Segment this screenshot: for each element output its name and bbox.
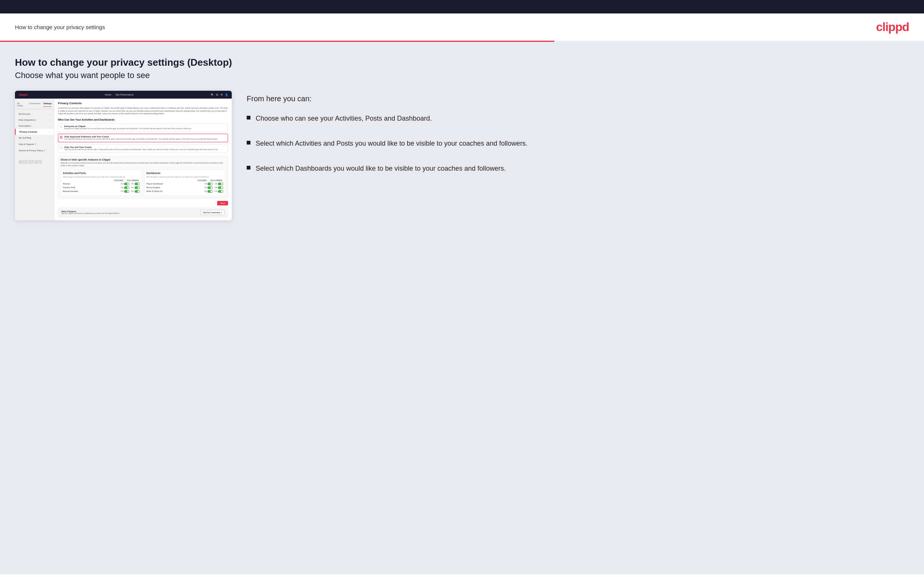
mock-help-section: Help & Support Visit our Clippd communit… (58, 208, 228, 218)
mock-help-desc: Visit our Clippd community to troublesho… (61, 213, 120, 214)
mock-drills-followers-toggle[interactable] (134, 186, 140, 189)
mock-nav: clippd Home My Performance 🔍 ⊞ ⚙ 👤 (15, 91, 232, 98)
mock-sidebar-privacy-label: Privacy Controls (19, 131, 37, 133)
mock-manual-coaches-toggle[interactable] (124, 190, 129, 193)
bullet-square-3 (247, 166, 250, 169)
mock-rounds-row: Rounds ON ON (63, 183, 140, 185)
mock-wtw-coaches-group: ON (204, 190, 213, 193)
mock-rounds-followers-on-label: ON (131, 183, 134, 185)
mock-tab-settings: Settings (44, 102, 52, 107)
chevron-right-icon: › (49, 113, 50, 115)
page-subheading: Choose what you want people to see (15, 71, 909, 80)
mock-activities-header: COACHES FOLLOWERS (63, 179, 140, 182)
mock-save-area: Save (58, 201, 228, 208)
mock-manual-followers-toggle[interactable] (134, 190, 140, 193)
mock-rounds-coaches-toggle[interactable] (124, 183, 129, 185)
mock-radio-coach-only[interactable]: Only You and Your Coach Only you and the… (58, 144, 228, 153)
mock-round-insights-switches: ON ON (204, 186, 223, 189)
mock-sidebar-item-subscription[interactable]: Subscription › (15, 123, 54, 129)
mock-save-button[interactable]: Save (217, 201, 228, 205)
mock-dashboards-col: Dashboards Select the types of activity … (144, 169, 226, 196)
mock-radio-coach-only-label: Only You and Your Coach (64, 146, 218, 148)
mock-sidebar-service-label: Service & Privacy Policy ↗ (19, 149, 45, 152)
header: How to change your privacy settings clip… (0, 13, 924, 41)
chevron-right-icon: › (49, 125, 50, 127)
from-here-title: From here you can: (247, 95, 909, 103)
mock-main-panel: Privacy Controls Control how you and you… (54, 98, 232, 220)
mock-dash-followers-header: FOLLOWERS (210, 179, 222, 182)
mock-dashboards-desc: Select the types of activity that you'd … (147, 176, 223, 178)
bullet-text-3: Select which Dashboards you would like t… (256, 164, 506, 174)
mock-sidebar: My Profile Connections Settings My Accou… (15, 98, 54, 220)
logo: clippd (876, 20, 909, 34)
bullet-item-2: Select which Activities and Posts you wo… (247, 139, 909, 148)
content-columns: clippd Home My Performance 🔍 ⊞ ⚙ 👤 (15, 91, 909, 220)
mock-coaches-header: COACHES (114, 179, 123, 182)
mock-dashboards-header: COACHES FOLLOWERS (147, 179, 223, 182)
mock-drills-row: Practice Drills ON ON (63, 186, 140, 189)
mock-what-to-work-label: What To Work On (147, 190, 163, 192)
mock-pd-followers-toggle[interactable] (218, 183, 223, 185)
mock-drills-coaches-toggle[interactable] (124, 186, 129, 189)
mock-manual-followers-group: ON (131, 190, 140, 193)
mock-visit-community-button[interactable]: Visit Our Community ↗ (200, 210, 225, 215)
mock-sidebar-item-privacy[interactable]: Privacy Controls › (15, 129, 54, 135)
mock-pd-coaches-toggle[interactable] (207, 183, 213, 185)
mock-tab-profile: My Profile (17, 102, 26, 107)
mock-radio-followers[interactable]: Only Approved Followers and Your Coach O… (58, 134, 228, 142)
mock-round-insights-row: Round Insights ON ON (147, 186, 223, 189)
mock-radio-everyone[interactable]: Everyone on Clippd Everyone on Clippd ca… (58, 123, 228, 132)
mock-what-to-work-switches: ON ON (204, 190, 223, 193)
mock-rounds-coaches-group: ON (121, 183, 129, 185)
mock-manual-switches: ON ON (121, 190, 140, 193)
bullet-square-2 (247, 141, 250, 145)
mock-sidebar-account-label: My Account (19, 113, 30, 115)
mock-radio-followers-button[interactable] (60, 136, 62, 139)
mock-rounds-label: Rounds (63, 183, 70, 185)
mock-sidebar-version: Clippd Client Version: 2022.8.2SQL Serve… (15, 157, 54, 167)
mock-wtw-followers-toggle[interactable] (218, 190, 223, 193)
mock-manual-followers-on-label: ON (131, 190, 134, 192)
mock-show-hide-section: Show or hide specific features in Clippd… (58, 156, 228, 199)
mock-nav-links: Home My Performance (105, 93, 133, 96)
mock-privacy-controls-desc: Control how you and your data appears to… (58, 107, 228, 115)
top-bar (0, 0, 924, 13)
mock-activities-desc: Select the types of activity that you'd … (63, 176, 140, 178)
main-content: How to change your privacy settings (Des… (0, 42, 924, 574)
mock-sidebar-help-label: Help & Support ↗ (19, 143, 36, 145)
mock-wtw-coaches-on-label: ON (204, 190, 207, 192)
mock-radio-everyone-label: Everyone on Clippd (64, 125, 192, 127)
mock-drills-coaches-group: ON (121, 186, 129, 189)
mock-pd-coaches-group: ON (204, 183, 213, 185)
mock-rounds-followers-toggle[interactable] (134, 183, 140, 185)
mock-toggle-grid: Activities and Posts Select the types of… (61, 169, 225, 196)
mock-radio-everyone-button[interactable] (60, 126, 62, 128)
mock-sidebar-data-label: Data Integrations (19, 119, 36, 121)
mock-player-dashboard-switches: ON ON (204, 183, 223, 185)
mock-sidebar-item-data[interactable]: Data Integrations › (15, 117, 54, 123)
mock-ri-followers-toggle[interactable] (218, 186, 223, 189)
user-icon: 👤 (225, 93, 228, 96)
mock-activities-title: Activities and Posts (63, 172, 140, 174)
mock-sidebar-subscription-label: Subscription (19, 125, 31, 127)
settings-icon: ⚙ (221, 93, 223, 96)
bullet-item-3: Select which Dashboards you would like t… (247, 164, 909, 174)
mock-show-hide-title: Show or hide specific features in Clippd (61, 158, 225, 161)
mock-round-insights-label: Round Insights (147, 186, 160, 189)
mock-player-dashboard-label: Player Dashboard (147, 183, 163, 185)
mock-show-hide-desc: Regardless of the privacy controls that … (61, 162, 225, 167)
mock-sidebar-item-service[interactable]: Service & Privacy Policy ↗ (15, 147, 54, 153)
mock-radio-coach-only-desc: Only you and the coaches you connect wit… (64, 148, 218, 151)
mock-who-can-see-title: Who Can See Your Activities and Dashboar… (58, 118, 228, 121)
mock-sidebar-item-golfbag[interactable]: My Golf Bag › (15, 135, 54, 141)
mock-drills-followers-on-label: ON (131, 187, 134, 189)
mock-body: My Profile Connections Settings My Accou… (15, 98, 232, 220)
mock-sidebar-item-help[interactable]: Help & Support ↗ (15, 141, 54, 147)
mock-radio-followers-label: Only Approved Followers and Your Coach (64, 135, 218, 138)
mock-radio-coach-only-button[interactable] (60, 147, 62, 149)
mock-sidebar-item-account[interactable]: My Account › (15, 111, 54, 117)
mock-ri-coaches-on-label: ON (204, 187, 207, 189)
mock-ri-followers-group: ON (215, 186, 223, 189)
mock-wtw-coaches-toggle[interactable] (207, 190, 213, 193)
mock-ri-coaches-toggle[interactable] (207, 186, 213, 189)
